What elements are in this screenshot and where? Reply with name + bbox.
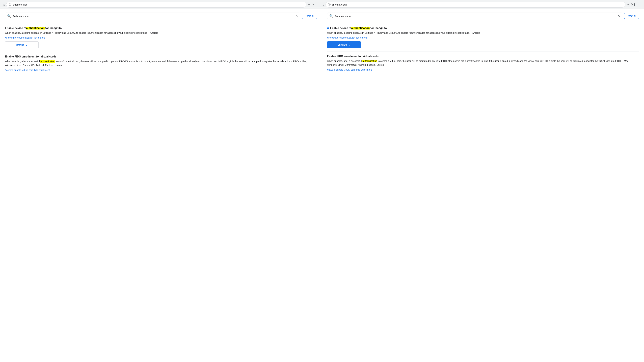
highlight-auth-right-1: authentication [351, 27, 370, 29]
dropdown-incognito-reauth-left-label: Default [16, 43, 24, 46]
home-icon-right[interactable]: ⌂ [323, 3, 324, 6]
flag-fido-right-desc: When enabled, after a successful authent… [327, 59, 639, 67]
flag-incognito-reauth-left: Enable device reauthentication for Incog… [5, 23, 317, 52]
url-right: chrome://flags [332, 3, 347, 6]
info-icon-left: ⓘ [9, 3, 12, 6]
reset-all-right[interactable]: Reset all [624, 13, 639, 19]
address-bar-right[interactable]: ⓘ chrome://flags [326, 2, 626, 7]
chevron-down-icon-left-1: ⌄ [25, 43, 28, 46]
right-search-value: Authentication [335, 14, 616, 17]
reset-all-left[interactable]: Reset all [302, 13, 317, 19]
right-panel: 🔍 Authentication ✕ Reset all Enable devi… [322, 9, 644, 81]
tab-count-left: 5 [312, 3, 315, 6]
flag-incognito-reauth-left-title: Enable device reauthentication for Incog… [5, 27, 317, 30]
info-icon-right: ⓘ [328, 3, 331, 6]
left-search-value: Authentication [12, 14, 294, 17]
clear-search-left[interactable]: ✕ [295, 14, 298, 18]
dropdown-incognito-reauth-right-label: Enabled [338, 43, 347, 46]
flag-fido-left-desc-prefix: When enabled, after a successful [5, 60, 40, 63]
main-content: 🔍 Authentication ✕ Reset all Enable devi… [0, 9, 644, 81]
left-panel: 🔍 Authentication ✕ Reset all Enable devi… [0, 9, 322, 81]
left-search-box[interactable]: 🔍 Authentication ✕ [5, 12, 300, 19]
address-bar-left[interactable]: ⓘ chrome://flags [6, 2, 306, 7]
flag-fido-left-link[interactable]: #autofill-enable-virtual-card-fido-enrol… [5, 69, 317, 71]
flag-incognito-reauth-right-link[interactable]: #incognito-reauthentication-for-android [327, 36, 639, 39]
url-left: chrome://flags [13, 3, 28, 6]
enabled-dot-icon [327, 27, 329, 29]
flag-incognito-reauth-left-desc: When enabled, a setting appears in Setti… [5, 31, 317, 35]
flag-incognito-reauth-left-title-text: Enable device reauthentication for Incog… [5, 27, 62, 30]
highlight-auth-fido-right: authentication [362, 60, 377, 62]
flag-incognito-reauth-right: Enable device reauthentication for Incog… [327, 23, 639, 51]
flag-fido-right-title: Enable FIDO enrollment for virtual cards [327, 55, 639, 58]
left-browser-instance: ⌂ ⓘ chrome://flags + 5 ⋮ [3, 2, 321, 7]
flag-fido-right-title-text: Enable FIDO enrollment for virtual cards [327, 55, 379, 58]
right-search-row: 🔍 Authentication ✕ Reset all [327, 12, 639, 19]
flag-incognito-reauth-right-title: Enable device reauthentication for Incog… [327, 27, 639, 30]
highlight-auth-fido-left: authentication [40, 60, 55, 63]
chevron-down-icon-right-1: ⌄ [348, 43, 350, 46]
home-icon-left[interactable]: ⌂ [3, 3, 5, 6]
highlight-auth-1: authentication [26, 27, 44, 29]
clear-search-right[interactable]: ✕ [618, 14, 620, 18]
flag-fido-left: Enable FIDO enrollment for virtual cards… [5, 52, 317, 77]
more-icon-right[interactable]: ⋮ [636, 2, 641, 7]
flag-fido-left-desc: When enabled, after a successful authent… [5, 59, 317, 67]
new-tab-right[interactable]: + [626, 2, 630, 7]
flag-fido-right: Enable FIDO enrollment for virtual cards… [327, 51, 639, 77]
dropdown-incognito-reauth-right[interactable]: Enabled ⌄ [327, 41, 361, 48]
search-icon-right: 🔍 [330, 14, 333, 18]
flag-incognito-reauth-right-desc: When enabled, a setting appears in Setti… [327, 31, 639, 35]
search-icon-left: 🔍 [7, 14, 11, 18]
flag-fido-left-title: Enable FIDO enrollment for virtual cards [5, 55, 317, 58]
flag-incognito-reauth-right-title-text: Enable device reauthentication for Incog… [330, 27, 388, 30]
tabs-row: ⌂ ⓘ chrome://flags + 5 ⋮ ⌂ ⓘ chrome://fl… [3, 2, 641, 7]
flag-incognito-reauth-left-link[interactable]: #incognito-reauthentication-for-android [5, 36, 317, 39]
dropdown-incognito-reauth-left[interactable]: Default ⌄ [5, 41, 38, 48]
tab-count-right: 5 [631, 3, 634, 6]
new-tab-left[interactable]: + [307, 2, 311, 7]
browser-chrome: ⌂ ⓘ chrome://flags + 5 ⋮ ⌂ ⓘ chrome://fl… [0, 0, 644, 9]
right-search-box[interactable]: 🔍 Authentication ✕ [327, 12, 622, 19]
more-icon-left[interactable]: ⋮ [316, 2, 321, 7]
left-search-row: 🔍 Authentication ✕ Reset all [5, 12, 317, 19]
flag-fido-right-link[interactable]: #autofill-enable-virtual-card-fido-enrol… [327, 68, 639, 71]
flag-fido-right-desc-prefix: When enabled, after a successful [327, 60, 362, 62]
flag-fido-left-title-text: Enable FIDO enrollment for virtual cards [5, 55, 56, 58]
right-browser-instance: ⌂ ⓘ chrome://flags + 5 ⋮ [323, 2, 641, 7]
